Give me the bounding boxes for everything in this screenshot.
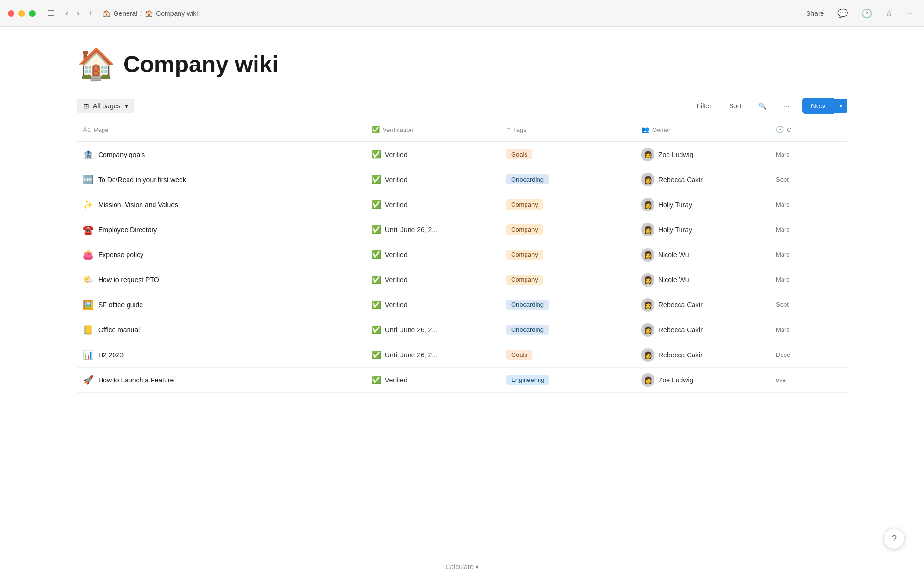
row-page-icon: 🖼️	[83, 300, 93, 310]
favorite-button[interactable]: ☆	[882, 6, 897, 21]
cell-tags: Onboarding	[500, 171, 635, 188]
verification-text: Verified	[385, 176, 408, 184]
cell-date: Marc	[770, 222, 847, 237]
cell-owner: 👩 Zoe Ludwig	[635, 144, 770, 165]
row-page-name: To Do/Read in your first week	[98, 176, 186, 184]
owner-name: Rebecca Cakir	[658, 326, 703, 334]
cell-tags: Onboarding	[500, 321, 635, 339]
verification-text: Verified	[385, 301, 408, 309]
cell-verification: ✅ Verified	[366, 296, 500, 313]
tag-badge[interactable]: Onboarding	[506, 174, 549, 184]
calculate-label: Calculate	[445, 563, 473, 571]
table-row[interactable]: ☎️ Employee Directory ✅ Until June 26, 2…	[77, 217, 847, 242]
cell-date: Marc	[770, 147, 847, 162]
new-button[interactable]: New	[802, 98, 834, 114]
filter-button[interactable]: Filter	[692, 99, 717, 113]
nav-controls: ‹ › +	[63, 6, 97, 20]
cell-tags: Company	[500, 246, 635, 263]
verification-text: Verified	[385, 251, 408, 259]
tag-badge[interactable]: Company	[506, 275, 543, 285]
table-row[interactable]: 🏦 Company goals ✅ Verified Goals 👩 Zoe L…	[77, 142, 847, 167]
sidebar-toggle[interactable]: ☰	[43, 6, 59, 21]
avatar: 👩	[641, 198, 654, 211]
toolbar-right: Filter Sort 🔍 ··· New ▾	[692, 98, 847, 114]
tags-col-icon: ≡	[506, 126, 510, 133]
table-row[interactable]: 🌤️ How to request PTO ✅ Verified Company…	[77, 267, 847, 292]
history-button[interactable]: 🕐	[858, 6, 876, 21]
row-page-icon: 🌤️	[83, 275, 93, 285]
breadcrumb-page-emoji: 🏠	[145, 10, 153, 17]
sort-button[interactable]: Sort	[724, 99, 746, 113]
tag-badge[interactable]: Onboarding	[506, 300, 549, 310]
verified-icon: ✅	[372, 250, 381, 259]
nav-forward[interactable]: ›	[74, 6, 83, 20]
table-row[interactable]: ✨ Mission, Vision and Values ✅ Verified …	[77, 192, 847, 217]
cell-tags: Company	[500, 221, 635, 238]
new-tab-button[interactable]: +	[86, 6, 97, 20]
more-options-button[interactable]: ···	[779, 99, 795, 113]
breadcrumb-page[interactable]: Company wiki	[156, 10, 198, 17]
nav-back[interactable]: ‹	[63, 6, 71, 20]
new-dropdown-button[interactable]: ▾	[834, 99, 847, 113]
col-label-date: C	[787, 126, 791, 133]
minimize-button[interactable]	[18, 10, 25, 17]
cell-page: 📒 Office manual	[77, 321, 366, 339]
cell-verification: ✅ Verified	[366, 271, 500, 288]
page-header: 🏠 Company wiki	[77, 46, 847, 82]
row-page-icon: 📊	[83, 350, 93, 360]
col-header-page: Aa Page	[77, 123, 366, 136]
tag-badge[interactable]: Company	[506, 250, 543, 260]
table-row[interactable]: 🆕 To Do/Read in your first week ✅ Verifi…	[77, 167, 847, 192]
search-button[interactable]: 🔍	[754, 99, 771, 113]
help-button[interactable]: ?	[884, 528, 905, 549]
more-menu-button[interactable]: ···	[903, 8, 916, 19]
row-page-icon: 🏦	[83, 149, 93, 160]
cell-owner: 👩 Rebecca Cakir	[635, 294, 770, 315]
cell-owner: 👩 Rebecca Cakir	[635, 344, 770, 366]
view-selector[interactable]: ⊞ All pages ▾	[77, 99, 134, 113]
owner-name: Holly Turay	[658, 226, 692, 234]
table-row[interactable]: 👛 Expense policy ✅ Verified Company 👩 Ni…	[77, 242, 847, 267]
verified-icon: ✅	[372, 200, 381, 209]
table-row[interactable]: 🖼️ SF office guide ✅ Verified Onboarding…	[77, 292, 847, 317]
cell-page: 🚀 How to Launch a Feature	[77, 371, 366, 389]
row-page-icon: 📒	[83, 325, 93, 335]
cell-date: Marc	[770, 322, 847, 337]
cell-page: 👛 Expense policy	[77, 246, 366, 264]
cell-date: Sept	[770, 297, 847, 312]
avatar: 👩	[641, 348, 654, 362]
tag-badge[interactable]: Company	[506, 199, 543, 210]
owner-col-icon: 👥	[641, 126, 649, 133]
cell-owner: 👩 Zoe Ludwig	[635, 369, 770, 391]
tag-badge[interactable]: Goals	[506, 149, 532, 159]
breadcrumb-general[interactable]: General	[114, 10, 138, 17]
tag-badge[interactable]: Goals	[506, 350, 532, 360]
table-row[interactable]: 🚀 How to Launch a Feature ✅ Verified Eng…	[77, 368, 847, 393]
cell-tags: Engineering	[500, 371, 635, 389]
table-row[interactable]: 📊 H2 2023 ✅ Until June 26, 2... Goals 👩 …	[77, 342, 847, 368]
calculate-button[interactable]: Calculate ▾	[445, 563, 478, 571]
cell-tags: Goals	[500, 145, 635, 163]
toolbar: ⊞ All pages ▾ Filter Sort 🔍 ··· New ▾	[77, 98, 847, 118]
cell-page: 🆕 To Do/Read in your first week	[77, 171, 366, 189]
cell-tags: Company	[500, 196, 635, 213]
cell-date: Dece	[770, 347, 847, 362]
maximize-button[interactable]	[29, 10, 36, 17]
verified-icon: ✅	[372, 150, 381, 159]
page-title: Company wiki	[123, 51, 279, 78]
comments-button[interactable]: 💬	[834, 6, 852, 21]
close-button[interactable]	[8, 10, 14, 17]
footer-bar: Calculate ▾	[0, 555, 924, 578]
tag-badge[interactable]: Company	[506, 224, 543, 235]
share-button[interactable]: Share	[802, 8, 828, 19]
calculate-chevron-icon: ▾	[475, 563, 479, 571]
cell-tags: Goals	[500, 346, 635, 364]
row-page-name: Expense policy	[98, 251, 143, 259]
table-row[interactable]: 📒 Office manual ✅ Until June 26, 2... On…	[77, 317, 847, 342]
cell-date: Marc	[770, 247, 847, 262]
tag-badge[interactable]: Engineering	[506, 375, 549, 385]
cell-page: 🌤️ How to request PTO	[77, 271, 366, 289]
cell-date: Marc	[770, 197, 847, 212]
view-label: All pages	[93, 102, 121, 110]
tag-badge[interactable]: Onboarding	[506, 325, 549, 335]
